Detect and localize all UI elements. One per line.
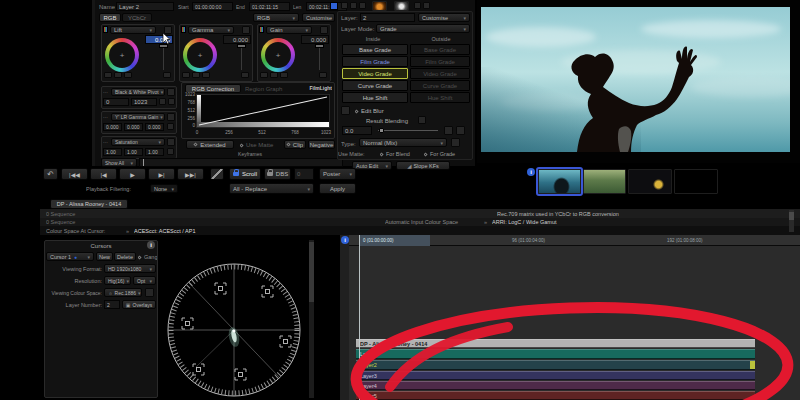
saturation-r-field[interactable]: 1.00 <box>103 148 122 156</box>
outside-hue-shift-button[interactable]: Hue Shift <box>410 92 470 103</box>
clip-toggle[interactable]: Clip <box>284 140 306 149</box>
go-to-end-button[interactable]: ▶▶| <box>177 168 204 180</box>
saturation-g-field[interactable]: 1.00 <box>124 148 143 156</box>
tab-ycbcr[interactable]: YCbCr <box>122 13 152 22</box>
blend-type-dropdown[interactable]: Normal (Mix) <box>359 138 447 147</box>
clip-thumbnail[interactable] <box>674 169 718 194</box>
dbs-value-field[interactable]: 0 <box>294 168 314 180</box>
gamma-gain-g-field[interactable]: 0.000 <box>124 123 143 131</box>
result-blending-value-field[interactable]: 0.0 <box>342 126 372 135</box>
dbs-toggle[interactable]: DBS <box>264 168 291 180</box>
for-grade-toggle[interactable]: For Grade <box>424 150 464 158</box>
inside-film-grade-button[interactable]: Film Grade <box>342 56 408 67</box>
playback-filtering-dropdown[interactable]: None <box>150 184 178 193</box>
keyframes-timebar[interactable] <box>139 158 343 167</box>
gamma-gain-b-field[interactable]: 0.000 <box>145 123 164 131</box>
clip-thumbnail-selected[interactable] <box>538 169 581 194</box>
pivot-anim-icon[interactable] <box>168 98 175 105</box>
gamma-dropdown[interactable]: Gamma <box>188 26 234 34</box>
layer-name-field[interactable]: Layer 2 <box>116 2 174 11</box>
inside-hue-shift-button[interactable]: Hue Shift <box>342 92 408 103</box>
scope-layer-number-field[interactable]: 2 <box>104 300 120 309</box>
saturation-dropdown[interactable]: Saturation <box>111 138 165 146</box>
cursor-delete-button[interactable]: Delete <box>114 252 136 261</box>
saturation-menu-icon[interactable] <box>167 138 175 146</box>
resolution-dropdown[interactable]: Hig(16) <box>104 276 131 285</box>
layer-number-field[interactable]: 2 <box>360 13 415 22</box>
overlays-button[interactable]: ▣Overlays <box>122 300 156 309</box>
customise-dropdown[interactable]: Customise <box>302 13 335 22</box>
gain-slider-handle[interactable] <box>315 44 324 48</box>
poster-dropdown[interactable]: Poster <box>319 168 356 180</box>
video-preview[interactable] <box>481 7 790 152</box>
grip-icon[interactable]: ⋯ <box>103 138 110 146</box>
scope-scrollbar-handle[interactable] <box>309 242 314 302</box>
negative-toggle[interactable]: Negative <box>308 140 335 149</box>
timeline-track-layer1[interactable]: Layer1 <box>356 349 755 359</box>
toolbar-icon[interactable] <box>341 2 348 9</box>
saturation-anim-icon[interactable] <box>167 148 174 155</box>
gamma-gain-dropdown[interactable]: Y' LR Gamma Gain <box>111 113 165 121</box>
pivot-max-field[interactable]: 1023 <box>131 98 157 106</box>
gamma-options-icon[interactable] <box>202 72 210 78</box>
play-button[interactable]: ▶ <box>119 168 146 180</box>
timeline-track-layer3[interactable]: Layer3 <box>356 371 755 380</box>
colour-model-dropdown[interactable]: RGB <box>253 13 299 22</box>
lift-anim-icon[interactable] <box>163 72 171 78</box>
outside-base-grade-button[interactable]: Base Grade <box>410 44 470 55</box>
tool-icon[interactable] <box>210 168 224 180</box>
resolution-opt-dropdown[interactable]: Opt <box>133 276 156 285</box>
lift-dropdown[interactable]: Lift <box>110 26 156 34</box>
gamma-gain-menu-icon[interactable] <box>167 113 175 121</box>
cursor-new-button[interactable]: New <box>96 252 113 261</box>
gamma-anim-icon[interactable] <box>241 72 249 78</box>
playhead[interactable] <box>359 235 360 400</box>
mini-scrollbar[interactable] <box>789 210 794 232</box>
outside-film-grade-button[interactable]: Film Grade <box>410 56 470 67</box>
lift-keyframe-icon[interactable] <box>114 72 122 78</box>
inside-base-grade-button[interactable]: Base Grade <box>342 44 408 55</box>
gain-dropdown[interactable]: Gain <box>266 26 312 34</box>
auto-edit-dropdown[interactable]: Auto Edit <box>352 161 392 170</box>
edit-mode-dropdown[interactable]: All - Replace <box>229 183 314 194</box>
timeline-track-layer2[interactable]: Layer2 <box>356 360 755 370</box>
pivot-dropdown[interactable]: Black & White Pivot <box>111 88 165 96</box>
clip-thumbnail[interactable] <box>628 169 672 194</box>
cursor-select-dropdown[interactable]: Cursor 1● <box>46 252 94 261</box>
clip-thumbnail[interactable] <box>583 169 626 194</box>
tab-region-graph[interactable]: Region Graph <box>245 85 293 93</box>
previous-frame-button[interactable]: |◀ <box>90 168 117 180</box>
gamma-reset-icon[interactable] <box>182 72 190 78</box>
saturation-b-field[interactable]: 1.00 <box>145 148 164 156</box>
scope-scrollbar[interactable] <box>309 240 314 398</box>
timeline-track-layer5[interactable]: Layer5 <box>356 391 755 400</box>
toolbar-icon[interactable] <box>423 2 430 9</box>
apply-button[interactable]: Apply <box>319 183 356 194</box>
edit-blur-toggle[interactable]: Edit Blur <box>355 107 399 115</box>
wheel-menu-icon[interactable] <box>242 26 250 34</box>
gamma-value-field[interactable]: 0.000 <box>223 35 251 44</box>
lift-reset-icon[interactable] <box>104 72 112 78</box>
show-all-dropdown[interactable]: Show All <box>101 158 137 167</box>
gain-keyframe-icon[interactable] <box>270 72 278 78</box>
mini-scrollbar-handle[interactable] <box>789 212 794 220</box>
pivot-min-field[interactable]: 0 <box>103 98 129 106</box>
keyframes-cursor[interactable] <box>143 159 144 166</box>
layer-mode-dropdown[interactable]: Grade <box>376 24 470 33</box>
gain-value-field[interactable]: 0.000 <box>301 35 329 44</box>
end-timecode-field[interactable]: 01:02:11:15 <box>249 2 290 11</box>
outside-video-grade-button[interactable]: Video Grade <box>410 68 470 79</box>
lift-options-icon[interactable] <box>124 72 132 78</box>
info-icon[interactable]: i <box>527 168 535 176</box>
pivot-reset-icon[interactable] <box>159 98 166 105</box>
tab-rgb[interactable]: RGB <box>99 13 121 22</box>
outside-curve-grade-button[interactable]: Curve Grade <box>410 80 470 91</box>
next-frame-button[interactable]: ▶| <box>148 168 175 180</box>
undo-button[interactable]: ↶ <box>43 168 58 180</box>
gamma-keyframe-icon[interactable] <box>192 72 200 78</box>
viewing-format-dropdown[interactable]: HD 1920x1080 <box>104 264 156 273</box>
gamma-gain-r-field[interactable]: 0.000 <box>103 123 122 131</box>
timeline-track-sequence[interactable]: DP - Alissa Rooney - 0414 <box>356 339 755 348</box>
gang-toggle[interactable]: Gang <box>138 253 157 261</box>
use-matte-toggle[interactable]: Use Matte <box>240 141 282 149</box>
